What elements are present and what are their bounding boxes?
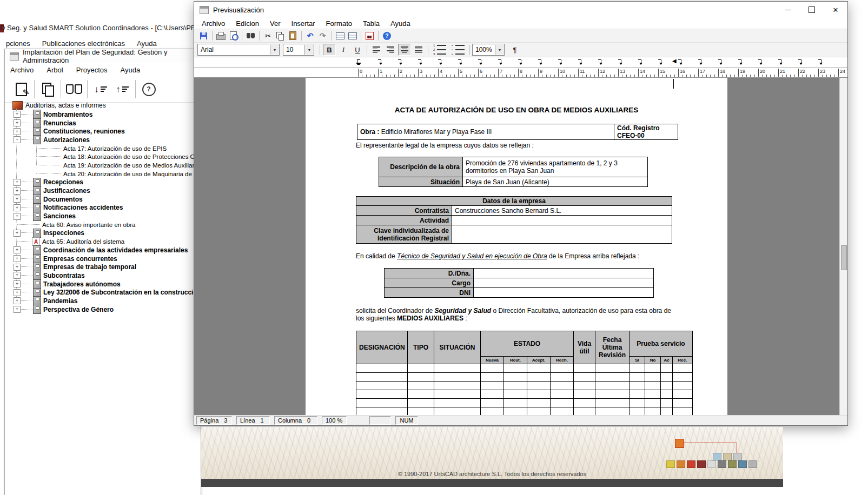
menu-item[interactable]: Ayuda: [121, 66, 147, 74]
tree-expand-toggle[interactable]: +: [14, 289, 21, 296]
tree-item[interactable]: + A Constituciones, reuniones: [6, 127, 198, 136]
tab-stop-icon[interactable]: [458, 59, 461, 65]
tab-stop-icon[interactable]: [738, 59, 741, 65]
tab-stop-icon[interactable]: [378, 59, 381, 65]
tree-item[interactable]: + A Empresas de trabajo temporal: [6, 263, 198, 271]
tree-item[interactable]: A Acta 20: Autorización de uso de Maquin…: [6, 170, 198, 178]
preview-titlebar[interactable]: Previsualización ✕: [194, 2, 847, 18]
tree-expand-toggle[interactable]: +: [14, 179, 21, 186]
tab-stop-icon[interactable]: [578, 59, 581, 65]
insert-field-options-button[interactable]: [346, 30, 359, 41]
ruler[interactable]: 0123456789101112131415161718192021222324: [194, 68, 847, 78]
tab-stop-icon[interactable]: [478, 59, 481, 65]
tree-item[interactable]: A Acta 19: Autorización de uso de Medios…: [6, 161, 198, 170]
tree-item[interactable]: + A Perspectiva de Género: [6, 305, 198, 314]
tab-stop-icon[interactable]: [398, 59, 401, 65]
bold-button[interactable]: B: [323, 44, 336, 56]
print-button[interactable]: [215, 30, 227, 41]
collapse-tree-button[interactable]: ↑: [111, 78, 133, 100]
tree-expand-toggle[interactable]: +: [14, 119, 21, 126]
tab-stop-icon[interactable]: [718, 59, 721, 65]
menu-item[interactable]: Ver: [264, 19, 286, 28]
menu-item[interactable]: Publicaciones electrónicas: [36, 39, 131, 48]
menu-item[interactable]: Proyectos: [76, 66, 114, 74]
tab-stop-icon[interactable]: [538, 59, 541, 65]
font-size-select[interactable]: 10 ▼: [283, 44, 314, 56]
tree-item[interactable]: A Acta 60: Aviso importante en obra: [6, 220, 198, 229]
tree-expand-toggle[interactable]: +: [14, 230, 21, 237]
tree-item[interactable]: A Acta 65: Auditoría del sistema: [6, 237, 198, 246]
menu-item[interactable]: Arbol: [47, 66, 69, 74]
tree-item[interactable]: + A Justificaciones: [6, 186, 198, 195]
vertical-scrollbar[interactable]: [839, 78, 847, 415]
tree-expand-toggle[interactable]: +: [14, 280, 21, 287]
numbered-list-button[interactable]: 123: [431, 44, 448, 56]
tab-stop-icon[interactable]: [818, 59, 821, 65]
plan-window-titlebar[interactable]: Implantación del Plan de Seguridad: Gest…: [5, 49, 201, 63]
tree-item[interactable]: + A Ley 32/2006 de Subcontratación en la…: [6, 288, 198, 297]
tab-stop-icon[interactable]: [758, 59, 761, 65]
tree-item[interactable]: + A Sanciones: [6, 212, 198, 220]
tab-stop-bar[interactable]: ◀: [194, 57, 847, 68]
redo-button[interactable]: ↷: [316, 30, 329, 41]
align-right-button[interactable]: [384, 44, 397, 56]
edit-document-button[interactable]: ✎: [10, 78, 32, 100]
tree-item[interactable]: + A Documentos: [6, 195, 198, 204]
tree-expand-toggle[interactable]: +: [14, 272, 21, 279]
expand-tree-button[interactable]: ↓: [90, 78, 111, 100]
paste-button[interactable]: [287, 30, 299, 41]
tree-item[interactable]: + A Coordinación de las actividades empr…: [6, 246, 198, 255]
right-margin-marker-icon[interactable]: ◀: [672, 58, 677, 64]
tab-stop-icon[interactable]: [618, 59, 621, 65]
tree-expand-toggle[interactable]: -: [14, 136, 21, 143]
bullet-list-button[interactable]: •••: [449, 44, 467, 56]
chevron-down-icon[interactable]: ▼: [495, 45, 504, 55]
tab-stop-icon[interactable]: [658, 59, 661, 65]
chevron-down-icon[interactable]: ▼: [270, 45, 279, 55]
tab-stop-icon[interactable]: [558, 59, 561, 65]
insert-field-button[interactable]: [334, 30, 346, 41]
indent-marker-icon[interactable]: [357, 59, 360, 65]
tree-item[interactable]: + A Pandemias: [6, 297, 198, 305]
help-button[interactable]: ?: [138, 78, 160, 100]
menu-item[interactable]: pciones: [0, 39, 36, 48]
tab-stop-icon[interactable]: [518, 59, 521, 65]
cut-button[interactable]: ✂: [262, 30, 274, 41]
export-image-button[interactable]: [363, 30, 376, 41]
tree-item[interactable]: + A Renuncias: [6, 119, 198, 128]
font-family-select[interactable]: Arial ▼: [197, 44, 280, 56]
tab-stop-icon[interactable]: [798, 59, 801, 65]
menu-item[interactable]: Formato: [321, 19, 357, 28]
menu-item[interactable]: Insertar: [286, 19, 321, 28]
tree-root[interactable]: Auditorías, actas e informes: [6, 101, 198, 110]
tree-expand-toggle[interactable]: +: [14, 255, 21, 262]
undo-button[interactable]: ↶: [304, 30, 316, 41]
underline-button[interactable]: U: [351, 44, 364, 56]
menu-item[interactable]: Edicion: [230, 19, 264, 28]
tree-item[interactable]: + A Subcontratas: [6, 271, 198, 280]
tree-item[interactable]: + A Empresas concurrentes: [6, 255, 198, 263]
tree-expand-toggle[interactable]: +: [14, 306, 21, 313]
menu-item[interactable]: Ayuda: [131, 39, 163, 48]
show-paragraph-marks-button[interactable]: ¶: [508, 44, 521, 56]
italic-button[interactable]: I: [337, 44, 350, 56]
tree-expand-toggle[interactable]: +: [14, 111, 21, 118]
save-button[interactable]: [197, 30, 210, 41]
help-button[interactable]: ?: [381, 30, 393, 41]
tree-item[interactable]: A Acta 18: Autorización de uso de Protec…: [6, 152, 198, 161]
tree-item[interactable]: + A Notificaciones accidentes: [6, 204, 198, 212]
scrollbar-thumb[interactable]: [841, 245, 847, 270]
tree-item[interactable]: + A Trabajadores autónomos: [6, 280, 198, 289]
maximize-button[interactable]: [800, 2, 824, 18]
find-button[interactable]: [244, 30, 257, 41]
tree-item[interactable]: + A Inspecciones: [6, 229, 198, 238]
tree-expand-toggle[interactable]: +: [14, 188, 21, 195]
tab-stop-icon[interactable]: [598, 59, 601, 65]
tab-stop-icon[interactable]: [778, 59, 781, 65]
tree-expand-toggle[interactable]: +: [14, 196, 21, 203]
tree-expand-toggle[interactable]: +: [14, 128, 21, 135]
tab-stop-icon[interactable]: [438, 59, 441, 65]
tree-item[interactable]: - A Autorizaciones: [6, 136, 198, 144]
zoom-select[interactable]: 100% ▼: [472, 44, 505, 56]
tree-item[interactable]: A Acta 17: Autorización de uso de EPIS: [6, 144, 198, 153]
